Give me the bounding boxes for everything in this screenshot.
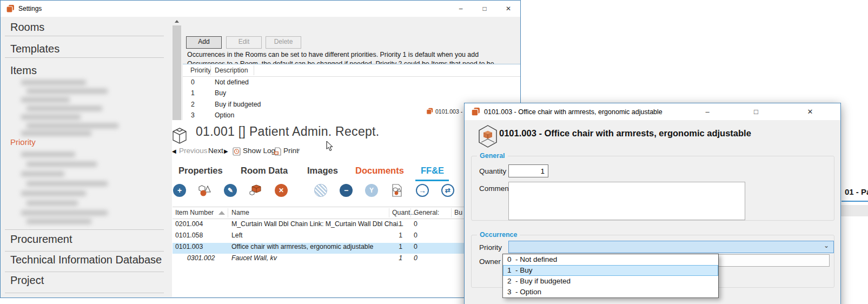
dropdown-option-highlighted[interactable]: 1 - Buy xyxy=(503,265,718,276)
dropdown-option[interactable]: 2 - Buy if budgeted xyxy=(503,276,718,287)
item-hexagon-icon xyxy=(478,124,498,148)
column-header-general[interactable]: General: xyxy=(414,209,439,216)
description-cell: Option xyxy=(215,111,234,119)
sidebar-item-rooms[interactable]: Rooms xyxy=(10,21,44,34)
divider xyxy=(5,251,164,252)
print-icon xyxy=(274,147,282,156)
settings-sidebar: Rooms Templates Items Priority Procureme xyxy=(1,17,173,298)
mouse-cursor xyxy=(326,141,333,151)
priority-cell: 1 xyxy=(191,89,195,97)
sidebar-item-procurement[interactable]: Procurement xyxy=(10,233,72,246)
tab-room-data[interactable]: Room Data xyxy=(241,166,288,176)
priority-cell: 2 xyxy=(191,101,195,108)
room-title: 01.001 [] Patient Admin. Recept. xyxy=(196,124,379,139)
quantity-label: Quantity xyxy=(479,167,506,175)
divider xyxy=(842,201,868,202)
print-dropdown-caret-icon[interactable]: ▾ xyxy=(297,147,300,154)
column-divider xyxy=(451,208,452,217)
general-section: General Quantity Comment xyxy=(471,156,834,221)
copy-item-icon[interactable] xyxy=(249,184,262,197)
column-header-name[interactable]: Name xyxy=(231,209,249,216)
column-header-quantity[interactable]: Quant... xyxy=(392,209,416,216)
desktop: { "icons": { "minimize": "–", "maximize"… xyxy=(0,0,868,304)
room-icon xyxy=(172,127,187,144)
goto-next-occurrence-icon[interactable]: → xyxy=(416,184,429,197)
add-button[interactable]: Add xyxy=(186,36,222,49)
show-log-button[interactable]: Show Log xyxy=(243,147,275,155)
general-cell: 0 xyxy=(414,243,418,250)
name-cell: Left xyxy=(231,232,243,239)
general-cell: 0 xyxy=(414,254,418,262)
edit-occurrence-icon[interactable]: ✎ xyxy=(224,184,237,197)
priority-cell: 0 xyxy=(191,78,195,86)
maximize-button[interactable]: □ xyxy=(473,1,496,17)
column-header-priority[interactable]: Priority xyxy=(190,67,211,74)
description-cell: Buy xyxy=(215,89,226,97)
occurrence-dialog: 0101.003 - Office chair with armrests, e… xyxy=(464,103,841,304)
item-number-cell: 0201.004 xyxy=(175,220,203,228)
dropdown-option[interactable]: 0 - Not defined xyxy=(503,254,718,265)
chevron-down-icon: ⌄ xyxy=(824,240,829,252)
active-tab-underline xyxy=(415,180,449,181)
hatched-circle-icon xyxy=(314,184,327,197)
window-title: Settings xyxy=(18,5,42,12)
description-cell: Buy if budgeted xyxy=(215,101,261,108)
dropdown-option[interactable]: 3 - Option xyxy=(503,287,718,298)
app-logo-icon xyxy=(471,107,480,116)
scrollbar-thumb[interactable] xyxy=(173,25,181,121)
divider xyxy=(5,229,164,230)
item-number-cell: 0101.058 xyxy=(175,232,203,239)
tab-ffe[interactable]: FF&E xyxy=(421,166,444,176)
edit-button[interactable]: Edit xyxy=(226,36,262,49)
sync-occurrence-icon[interactable]: ⇄ xyxy=(441,184,454,197)
priority-combobox[interactable]: 0 - Not defined ⌄ xyxy=(508,241,834,253)
print-button[interactable]: Print xyxy=(283,147,299,155)
tab-properties[interactable]: Properties xyxy=(178,166,223,176)
vertical-scrollbar[interactable] xyxy=(173,17,181,121)
app-logo-icon xyxy=(6,4,15,13)
quantity-field[interactable] xyxy=(508,164,548,177)
column-header-description[interactable]: Description xyxy=(215,67,248,74)
sidebar-item-priority[interactable]: Priority xyxy=(10,137,36,147)
dialog-title: 0101.003 - Office chair with armrests, e… xyxy=(484,108,662,116)
scroll-up-icon[interactable] xyxy=(173,17,181,25)
column-divider xyxy=(410,208,411,217)
app-logo-icon xyxy=(426,108,433,115)
sidebar-item-project[interactable]: Project xyxy=(10,274,44,287)
sidebar-item-technical-information-database[interactable]: Technical Information Database xyxy=(10,254,162,266)
divider xyxy=(5,293,164,293)
general-cell: 0 xyxy=(414,220,418,228)
minimize-button[interactable]: – xyxy=(691,103,724,120)
delete-button[interactable]: Delete xyxy=(266,36,301,49)
table-row[interactable]: 0 Not defined xyxy=(183,78,520,89)
tab-documents[interactable]: Documents xyxy=(355,166,404,176)
comment-label: Comment xyxy=(479,184,511,193)
column-divider xyxy=(254,65,254,75)
item-number-cell: 0301.002 xyxy=(187,254,215,262)
column-header-budget[interactable]: Bu xyxy=(454,209,462,216)
next-button[interactable]: Next xyxy=(208,147,223,155)
partial-title: 01 - Pat xyxy=(845,187,868,196)
quantity-cell: 1 xyxy=(383,232,402,239)
minimize-button[interactable]: – xyxy=(449,1,473,17)
remove-occurrence-icon[interactable]: − xyxy=(340,184,353,197)
window-title: 0101.003 - Off xyxy=(435,108,465,115)
close-button[interactable]: ✕ xyxy=(794,103,826,120)
close-button[interactable]: ✕ xyxy=(496,1,520,17)
divider xyxy=(5,272,164,272)
item-report-icon[interactable] xyxy=(390,184,403,197)
item-shapes-icon[interactable] xyxy=(198,184,211,197)
add-occurrence-icon[interactable]: + xyxy=(173,184,186,197)
delete-occurrence-icon[interactable]: ✕ xyxy=(275,184,288,197)
column-header-item-number[interactable]: Item Number xyxy=(175,209,214,216)
sort-ascending-icon xyxy=(218,211,225,215)
table-row[interactable]: 1 Buy xyxy=(183,89,520,100)
next-arrow-icon: ▶ xyxy=(224,148,228,154)
dialog-header-title: 0101.003 - Office chair with armrests, e… xyxy=(499,128,751,138)
comment-field[interactable] xyxy=(508,182,745,220)
sidebar-item-items[interactable]: Items xyxy=(10,64,37,77)
sidebar-item-templates[interactable]: Templates xyxy=(10,43,59,55)
tab-images[interactable]: Images xyxy=(307,166,338,176)
previous-button[interactable]: Previous xyxy=(179,147,208,155)
maximize-button[interactable]: □ xyxy=(740,103,772,120)
